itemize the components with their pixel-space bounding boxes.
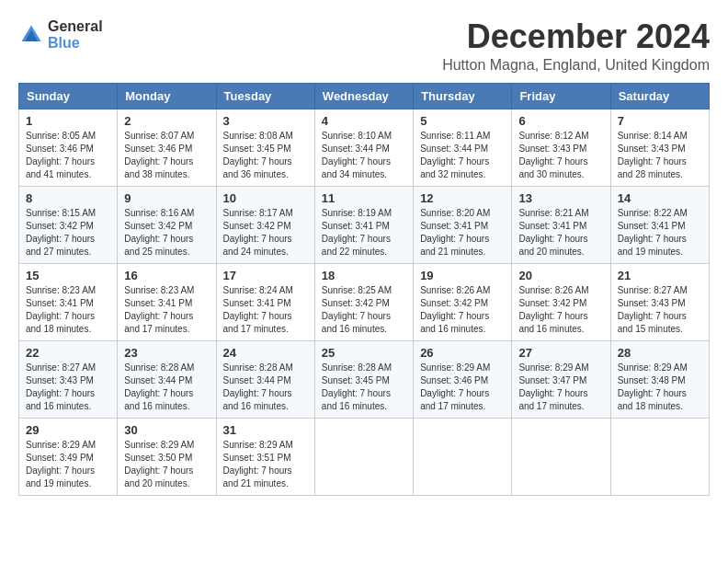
- cell-info: Sunrise: 8:05 AMSunset: 3:46 PMDaylight:…: [26, 130, 110, 181]
- calendar-cell: 16Sunrise: 8:23 AMSunset: 3:41 PMDayligh…: [118, 263, 216, 340]
- logo: General Blue: [18, 18, 103, 52]
- header-cell-friday: Friday: [512, 83, 610, 109]
- cell-info: Sunrise: 8:29 AMSunset: 3:50 PMDaylight:…: [124, 439, 209, 490]
- week-row: 8Sunrise: 8:15 AMSunset: 3:42 PMDaylight…: [19, 186, 710, 263]
- title-area: December 2024 Hutton Magna, England, Uni…: [442, 18, 710, 74]
- week-row: 22Sunrise: 8:27 AMSunset: 3:43 PMDayligh…: [19, 340, 710, 418]
- calendar-cell: 8Sunrise: 8:15 AMSunset: 3:42 PMDaylight…: [19, 186, 118, 263]
- day-number: 7: [618, 114, 702, 128]
- calendar-cell: 23Sunrise: 8:28 AMSunset: 3:44 PMDayligh…: [118, 340, 216, 418]
- header-cell-monday: Monday: [118, 83, 216, 109]
- day-number: 24: [223, 346, 308, 360]
- calendar-cell: 7Sunrise: 8:14 AMSunset: 3:43 PMDaylight…: [610, 109, 709, 186]
- day-number: 16: [124, 269, 209, 282]
- day-number: 17: [223, 269, 308, 282]
- cell-info: Sunrise: 8:29 AMSunset: 3:51 PMDaylight:…: [223, 439, 308, 490]
- cell-info: Sunrise: 8:24 AMSunset: 3:41 PMDaylight:…: [223, 284, 308, 336]
- day-number: 5: [420, 114, 505, 128]
- cell-info: Sunrise: 8:22 AMSunset: 3:41 PMDaylight:…: [618, 207, 702, 259]
- day-number: 14: [618, 191, 702, 205]
- day-number: 28: [618, 346, 702, 360]
- cell-info: Sunrise: 8:26 AMSunset: 3:42 PMDaylight:…: [518, 284, 603, 336]
- header-cell-tuesday: Tuesday: [216, 83, 314, 109]
- day-number: 11: [322, 191, 406, 205]
- cell-info: Sunrise: 8:14 AMSunset: 3:43 PMDaylight:…: [618, 130, 702, 181]
- calendar-cell: 26Sunrise: 8:29 AMSunset: 3:46 PMDayligh…: [414, 340, 512, 418]
- day-number: 6: [518, 114, 603, 128]
- calendar-cell: 12Sunrise: 8:20 AMSunset: 3:41 PMDayligh…: [414, 186, 512, 263]
- day-number: 27: [518, 346, 603, 360]
- header-cell-saturday: Saturday: [610, 83, 709, 109]
- cell-info: Sunrise: 8:29 AMSunset: 3:47 PMDaylight:…: [518, 362, 603, 413]
- day-number: 10: [223, 191, 308, 205]
- calendar-cell: 6Sunrise: 8:12 AMSunset: 3:43 PMDaylight…: [512, 109, 610, 186]
- cell-info: Sunrise: 8:19 AMSunset: 3:41 PMDaylight:…: [322, 207, 406, 259]
- calendar-cell: 30Sunrise: 8:29 AMSunset: 3:50 PMDayligh…: [118, 418, 216, 495]
- cell-info: Sunrise: 8:20 AMSunset: 3:41 PMDaylight:…: [420, 207, 505, 259]
- cell-info: Sunrise: 8:10 AMSunset: 3:44 PMDaylight:…: [322, 130, 406, 181]
- calendar-cell: 13Sunrise: 8:21 AMSunset: 3:41 PMDayligh…: [512, 186, 610, 263]
- calendar-cell: 25Sunrise: 8:28 AMSunset: 3:45 PMDayligh…: [314, 340, 413, 418]
- day-number: 23: [124, 346, 209, 360]
- calendar-cell: 10Sunrise: 8:17 AMSunset: 3:42 PMDayligh…: [216, 186, 314, 263]
- calendar-cell: 22Sunrise: 8:27 AMSunset: 3:43 PMDayligh…: [19, 340, 118, 418]
- day-number: 2: [124, 114, 209, 128]
- calendar-cell: 31Sunrise: 8:29 AMSunset: 3:51 PMDayligh…: [216, 418, 314, 495]
- cell-info: Sunrise: 8:28 AMSunset: 3:45 PMDaylight:…: [322, 362, 406, 413]
- cell-info: Sunrise: 8:25 AMSunset: 3:42 PMDaylight:…: [322, 284, 406, 336]
- day-number: 21: [618, 269, 702, 282]
- calendar-cell: 2Sunrise: 8:07 AMSunset: 3:46 PMDaylight…: [118, 109, 216, 186]
- day-number: 4: [322, 114, 406, 128]
- cell-info: Sunrise: 8:17 AMSunset: 3:42 PMDaylight:…: [223, 207, 308, 259]
- week-row: 29Sunrise: 8:29 AMSunset: 3:49 PMDayligh…: [19, 418, 710, 495]
- week-row: 1Sunrise: 8:05 AMSunset: 3:46 PMDaylight…: [19, 109, 710, 186]
- day-number: 1: [26, 114, 110, 128]
- day-number: 9: [124, 191, 209, 205]
- calendar-cell: 4Sunrise: 8:10 AMSunset: 3:44 PMDaylight…: [314, 109, 413, 186]
- day-number: 31: [223, 423, 308, 437]
- calendar-cell: [610, 418, 709, 495]
- day-number: 29: [26, 423, 110, 437]
- day-number: 15: [26, 269, 110, 282]
- header-cell-wednesday: Wednesday: [314, 83, 413, 109]
- header-cell-thursday: Thursday: [414, 83, 512, 109]
- calendar-cell: 15Sunrise: 8:23 AMSunset: 3:41 PMDayligh…: [19, 263, 118, 340]
- day-number: 26: [420, 346, 505, 360]
- cell-info: Sunrise: 8:16 AMSunset: 3:42 PMDaylight:…: [124, 207, 209, 259]
- calendar-cell: 27Sunrise: 8:29 AMSunset: 3:47 PMDayligh…: [512, 340, 610, 418]
- cell-info: Sunrise: 8:08 AMSunset: 3:45 PMDaylight:…: [223, 130, 308, 181]
- cell-info: Sunrise: 8:21 AMSunset: 3:41 PMDaylight:…: [518, 207, 603, 259]
- calendar-cell: [512, 418, 610, 495]
- calendar-cell: 9Sunrise: 8:16 AMSunset: 3:42 PMDaylight…: [118, 186, 216, 263]
- day-number: 13: [518, 191, 603, 205]
- page-header: General Blue December 2024 Hutton Magna,…: [18, 18, 710, 74]
- day-number: 25: [322, 346, 406, 360]
- calendar-body: 1Sunrise: 8:05 AMSunset: 3:46 PMDaylight…: [19, 109, 710, 495]
- day-number: 18: [322, 269, 406, 282]
- calendar-header: SundayMondayTuesdayWednesdayThursdayFrid…: [19, 83, 710, 109]
- cell-info: Sunrise: 8:07 AMSunset: 3:46 PMDaylight:…: [124, 130, 209, 181]
- calendar-cell: 29Sunrise: 8:29 AMSunset: 3:49 PMDayligh…: [19, 418, 118, 495]
- day-number: 19: [420, 269, 505, 282]
- cell-info: Sunrise: 8:11 AMSunset: 3:44 PMDaylight:…: [420, 130, 505, 181]
- header-row: SundayMondayTuesdayWednesdayThursdayFrid…: [19, 83, 710, 109]
- week-row: 15Sunrise: 8:23 AMSunset: 3:41 PMDayligh…: [19, 263, 710, 340]
- cell-info: Sunrise: 8:26 AMSunset: 3:42 PMDaylight:…: [420, 284, 505, 336]
- day-number: 12: [420, 191, 505, 205]
- header-cell-sunday: Sunday: [19, 83, 118, 109]
- logo-blue-text: Blue: [48, 35, 80, 51]
- cell-info: Sunrise: 8:29 AMSunset: 3:46 PMDaylight:…: [420, 362, 505, 413]
- day-number: 20: [518, 269, 603, 282]
- cell-info: Sunrise: 8:27 AMSunset: 3:43 PMDaylight:…: [26, 362, 110, 413]
- location-subtitle: Hutton Magna, England, United Kingdom: [442, 57, 710, 74]
- calendar-cell: 17Sunrise: 8:24 AMSunset: 3:41 PMDayligh…: [216, 263, 314, 340]
- cell-info: Sunrise: 8:23 AMSunset: 3:41 PMDaylight:…: [124, 284, 209, 336]
- cell-info: Sunrise: 8:29 AMSunset: 3:49 PMDaylight:…: [26, 439, 110, 490]
- cell-info: Sunrise: 8:28 AMSunset: 3:44 PMDaylight:…: [223, 362, 308, 413]
- cell-info: Sunrise: 8:15 AMSunset: 3:42 PMDaylight:…: [26, 207, 110, 259]
- calendar-cell: 28Sunrise: 8:29 AMSunset: 3:48 PMDayligh…: [610, 340, 709, 418]
- calendar-cell: 14Sunrise: 8:22 AMSunset: 3:41 PMDayligh…: [610, 186, 709, 263]
- calendar-cell: 18Sunrise: 8:25 AMSunset: 3:42 PMDayligh…: [314, 263, 413, 340]
- calendar-cell: 24Sunrise: 8:28 AMSunset: 3:44 PMDayligh…: [216, 340, 314, 418]
- month-year-title: December 2024: [442, 18, 710, 55]
